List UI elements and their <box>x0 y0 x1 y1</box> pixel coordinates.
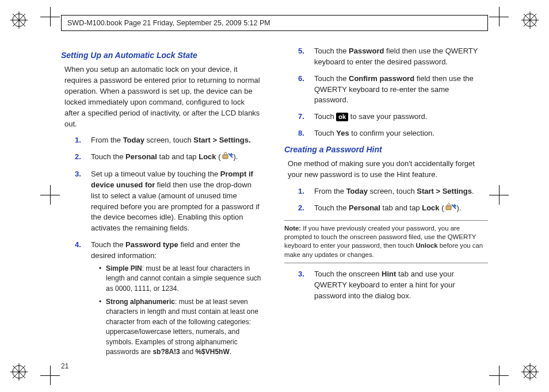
step-4: 4. Touch the Password type field and ent… <box>75 240 261 357</box>
page-number: 21 <box>61 362 68 371</box>
ok-key-icon: ok <box>336 113 348 121</box>
bullet-simple-pin: Simple PIN: must be at least four charac… <box>99 264 261 294</box>
note-block: Note: If you have previously created you… <box>284 220 488 264</box>
crop-decoration-tr <box>521 11 539 29</box>
page-body: Setting Up an Automatic Lock State When … <box>61 46 488 358</box>
crop-mark <box>40 185 60 205</box>
crop-decoration-bl <box>10 363 28 381</box>
crop-mark <box>489 366 509 385</box>
step-1: 1. From the Today screen, touch Start > … <box>75 135 261 146</box>
crop-mark <box>489 185 509 205</box>
step-2: 2. Touch the Personal tab and tap Lock (… <box>75 152 261 163</box>
heading-password-hint: Creating a Password Hint <box>284 144 488 155</box>
lock-icon <box>444 203 457 214</box>
step-6: 6. Touch the Confirm password field then… <box>298 74 485 106</box>
svg-rect-21 <box>446 206 451 210</box>
heading-automatic-lock: Setting Up an Automatic Lock State <box>61 49 265 61</box>
hint-step-1: 1. From the Today screen, touch Start > … <box>298 186 485 197</box>
crop-decoration-br <box>521 363 539 381</box>
step-8: 8. Touch Yes to confirm your selection. <box>298 128 485 139</box>
crop-mark <box>40 366 60 385</box>
note-label: Note: <box>284 225 301 232</box>
step-7: 7. Touch ok to save your password. <box>298 112 485 122</box>
crop-decoration-tl <box>10 11 28 29</box>
step-5: 5. Touch the Password field then use the… <box>298 46 485 68</box>
svg-rect-20 <box>223 155 228 159</box>
hint-step-3: 3. Touch the onscreen Hint tab and use y… <box>298 269 485 302</box>
hint-step-2: 2. Touch the Personal tab and tap Lock (… <box>298 203 485 214</box>
step-3: 3. Set up a timeout value by touching th… <box>75 169 261 234</box>
lock-icon <box>221 152 234 163</box>
paragraph-password-hint: One method of making sure you don't acci… <box>288 159 485 180</box>
page-header-text: SWD-M100.book Page 21 Friday, September … <box>67 19 270 27</box>
paragraph-automatic-lock: When you setup an automatic lock on your… <box>64 64 261 129</box>
bullet-strong-alnum: Strong alphanumeric: must be at least se… <box>99 297 261 357</box>
crop-mark <box>489 7 509 26</box>
page-header-frame: SWD-M100.book Page 21 Friday, September … <box>61 15 488 31</box>
crop-mark <box>40 7 60 26</box>
